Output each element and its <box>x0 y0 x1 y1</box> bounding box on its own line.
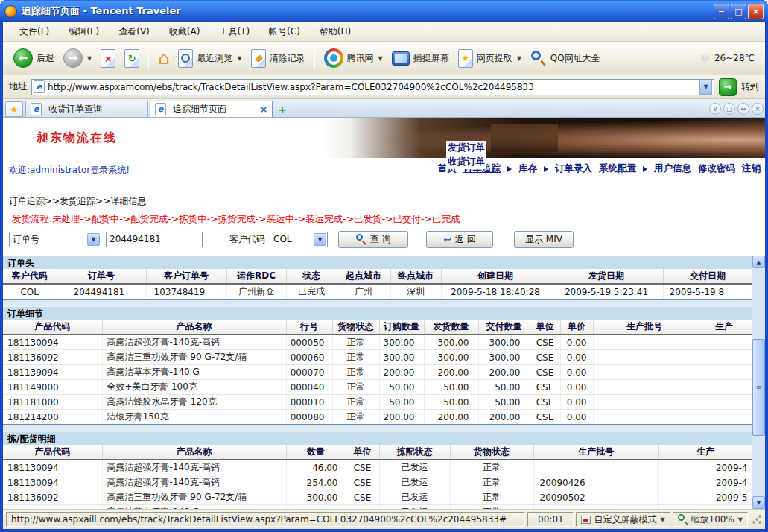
minimize-button[interactable]: ─ <box>714 4 729 19</box>
column-header: 生产 <box>696 320 752 335</box>
recent-history-button[interactable]: 最近浏览 ▼ <box>174 47 246 70</box>
stop-icon: × <box>101 49 115 68</box>
status-bar: http://www.aspxaill com/ebs/track/TrackD… <box>3 509 765 529</box>
menu-file[interactable]: 文件(F) <box>10 23 58 40</box>
column-header: 生产批号 <box>533 445 658 460</box>
order-detail-table: 产品代码产品名称行号货物状态订购数量发货数量交付数量单位单价生产批号生产1811… <box>3 320 752 425</box>
window-list-button[interactable]: □ <box>723 103 735 115</box>
refresh-button[interactable]: ↻ <box>120 47 144 70</box>
scroll-down-button[interactable]: ▼ <box>752 496 765 509</box>
maximize-button[interactable]: □ <box>731 4 746 19</box>
capture-screen-button[interactable]: 捕捉屏幕 <box>387 49 454 68</box>
tab-favicon: e <box>155 103 166 115</box>
table-cell: 181130094 <box>3 475 102 490</box>
table-cell: 300.00 <box>286 490 346 505</box>
qq-site-button[interactable]: 腾讯网 ▼ <box>320 46 387 70</box>
table-cell: CSE <box>530 410 560 425</box>
table-cell: 300.00 <box>424 350 478 365</box>
table-cell: 20090502 <box>533 490 658 505</box>
nav-logout[interactable]: 注销 <box>742 162 761 175</box>
return-button[interactable]: ↩ 返 回 <box>426 231 493 248</box>
qq-nav-button[interactable]: QQ网址大全 <box>526 48 605 69</box>
show-miv-button[interactable]: 显示 MIV <box>514 231 574 248</box>
table-cell: 已完成 <box>286 284 337 300</box>
table-cell: 000010 <box>286 395 332 410</box>
block-mode-control[interactable]: 自定义屏蔽模式 ▼ <box>576 512 670 527</box>
nav-system-config[interactable]: 系统配置 <box>599 162 636 175</box>
recent-dropdown-icon[interactable]: ▼ <box>237 55 241 62</box>
go-button[interactable]: → <box>719 78 737 96</box>
menu-tools[interactable]: 工具(T) <box>210 23 258 40</box>
menu-view[interactable]: 查看(V) <box>110 23 159 40</box>
address-input[interactable]: e http://www.aspxamcom/ebs/track/TrackDe… <box>31 79 714 95</box>
nav-change-password[interactable]: 修改密码 <box>698 162 735 175</box>
menu-help[interactable]: 帮助(H) <box>311 23 360 40</box>
table-cell <box>593 410 696 425</box>
column-header: 产品名称 <box>102 320 286 335</box>
table-cell: CSE <box>530 335 560 350</box>
web-extract-dropdown-icon[interactable]: ▼ <box>517 55 521 62</box>
home-button[interactable]: ⌂ <box>153 47 174 69</box>
nav-order-entry[interactable]: 订单录入 <box>555 162 592 175</box>
submenu-receive-order[interactable]: 收货订单 <box>448 156 485 168</box>
nav-inventory[interactable]: 库存 <box>518 162 537 175</box>
resize-grip[interactable] <box>752 514 762 525</box>
menu-account[interactable]: 帐号(C) <box>260 23 309 40</box>
favorites-button[interactable]: ★ <box>5 101 23 117</box>
table-cell: 254.00 <box>286 475 346 490</box>
table-cell: 46.00 <box>286 460 346 475</box>
column-header: 生产批号 <box>593 320 696 335</box>
column-header: 发货数量 <box>424 320 478 335</box>
forward-dropdown-icon[interactable]: ▼ <box>87 55 92 62</box>
tab-track-detail[interactable]: e 追踪细节页面 × <box>150 101 273 117</box>
close-tab-button[interactable]: × <box>752 103 764 115</box>
order-type-select[interactable]: 订单号 ▼ <box>9 232 101 247</box>
table-cell: CSE <box>530 365 560 380</box>
go-label: 转到 <box>741 80 759 93</box>
menu-favorites[interactable]: 收藏(A) <box>160 23 209 40</box>
nav-arrow-icon <box>544 166 548 172</box>
tables-region: 订单头 客户代码订单号客户订单号运作RDC状态起点城市终点城市创建日期发货日期交… <box>3 256 765 509</box>
order-number-input[interactable] <box>106 232 203 247</box>
query-button[interactable]: 查 询 <box>338 231 408 248</box>
forward-button[interactable]: → ▼ <box>59 46 96 70</box>
table-header-row: 客户代码订单号客户订单号运作RDC状态起点城市终点城市创建日期发货日期交付日期 <box>3 269 752 284</box>
scrollbar-track[interactable]: ≡ <box>752 268 765 496</box>
scrollbar-thumb[interactable]: ≡ <box>752 339 765 436</box>
submenu-ship-order[interactable]: 发货订单 <box>448 142 485 154</box>
capture-screen-icon <box>392 51 410 66</box>
chevron-down-icon: ▼ <box>660 516 664 523</box>
stop-button[interactable]: × <box>96 47 120 70</box>
table-cell <box>593 395 696 410</box>
back-icon: ← <box>13 48 33 68</box>
welcome-bar: 欢迎:administrator登录系统! 首页 订单追踪 库存 订单录入 系统… <box>3 158 765 180</box>
collapse-tabs-button[interactable]: ∨ <box>709 103 721 115</box>
vertical-scrollbar[interactable]: ▲ ≡ ▼ <box>752 256 765 509</box>
nav-user-info[interactable]: 用户信息 <box>654 162 691 175</box>
tab-receive-order-query[interactable]: e 收货订单查询 <box>25 101 148 117</box>
column-header: 单位 <box>346 445 379 460</box>
section-pick-detail: 拣/配货明细 <box>3 431 752 445</box>
customer-code-select[interactable]: COL ▼ <box>270 232 328 247</box>
web-extract-button[interactable]: ★ 网页提取 ▼ <box>454 47 526 70</box>
tab-scroll-button[interactable]: ↔ <box>737 103 749 115</box>
table-cell: 2009-4 <box>658 460 752 475</box>
weather-widget[interactable]: ☼ 26~28℃ <box>696 49 759 68</box>
qq-site-dropdown-icon[interactable]: ▼ <box>378 55 383 62</box>
table-cell: 2009-5 <box>658 490 752 505</box>
menu-edit[interactable]: 编辑(E) <box>60 23 108 40</box>
scroll-up-button[interactable]: ▲ <box>752 256 765 268</box>
back-button[interactable]: ← 后退 <box>9 46 59 70</box>
new-tab-button[interactable]: + <box>274 102 291 117</box>
tab-bar: ★ e 收货订单查询 e 追踪细节页面 × + ∨ □ ↔ × <box>3 99 765 118</box>
nav-arrow-icon <box>507 166 512 172</box>
address-dropdown-icon[interactable]: ▼ <box>699 80 712 95</box>
zoom-control[interactable]: 缩放100% ▼ <box>673 512 748 527</box>
breadcrumb: 订单追踪>>发货追踪>>详细信息 <box>9 195 146 208</box>
tab-close-icon[interactable]: × <box>260 104 267 115</box>
app-icon <box>4 5 17 18</box>
clear-history-button[interactable]: 清除记录 <box>247 47 310 70</box>
close-button[interactable]: × <box>748 4 764 19</box>
chevron-down-icon: ▼ <box>738 516 743 523</box>
address-label: 地址 <box>9 80 27 93</box>
